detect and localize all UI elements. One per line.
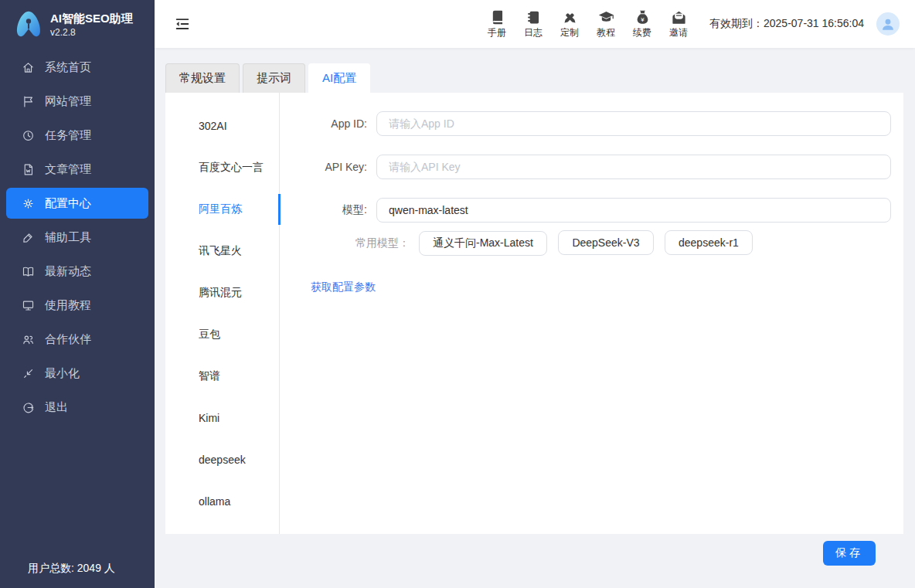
sidebar-item-label: 系统首页 [45, 60, 91, 75]
partners-icon [22, 333, 35, 346]
sidebar-item-tools[interactable]: 辅助工具 [6, 222, 148, 253]
manual-button[interactable]: 手册 [487, 9, 507, 39]
common-model-buttons: 通义千问-Max-Latest DeepSeek-V3 deepseek-r1 [419, 230, 760, 256]
renew-moneybag-icon: ¥ [634, 9, 651, 25]
sidebar-item-news[interactable]: 最新动态 [6, 256, 148, 287]
provider-zhipu[interactable]: 智谱 [165, 355, 279, 397]
sidebar-item-label: 文章管理 [45, 162, 91, 177]
sidebar-item-home[interactable]: 系统首页 [6, 52, 148, 83]
log-button[interactable]: 日志 [523, 9, 543, 39]
tutorial-monitor-icon [22, 299, 35, 312]
sidebar-item-label: 使用教程 [45, 298, 91, 313]
app-logo-icon [12, 8, 45, 41]
action-label: 日志 [524, 26, 543, 39]
provider-ollama[interactable]: ollama [165, 481, 279, 522]
app-id-label: App ID: [280, 117, 376, 130]
provider-config-form: App ID: API Key: 模型: 常用模型： 通义千问-Max-Late… [280, 93, 903, 534]
tab-ai-config[interactable]: AI配置 [308, 63, 370, 93]
provider-xunfei-xinghuo[interactable]: 讯飞星火 [165, 230, 279, 272]
action-label: 邀请 [669, 26, 688, 39]
model-option-deepseek-r1[interactable]: deepseek-r1 [665, 230, 753, 255]
invite-button[interactable]: 邀请 [668, 9, 689, 39]
sidebar-item-sites[interactable]: 网站管理 [6, 86, 148, 117]
expiry-value: 2025-07-31 16:56:04 [764, 17, 864, 29]
settings-tabs: 常规设置 提示词 AI配置 [165, 63, 903, 93]
provider-list: 302AI 百度文心一言 阿里百炼 讯飞星火 腾讯混元 豆包 智谱 Kimi d… [165, 93, 280, 534]
app-logo: AI智能SEO助理 v2.2.8 [0, 0, 155, 47]
home-icon [22, 61, 35, 74]
tab-general-settings[interactable]: 常规设置 [165, 63, 240, 93]
sidebar-item-label: 任务管理 [45, 128, 91, 143]
provider-doubao[interactable]: 豆包 [165, 314, 279, 355]
sidebar-item-tutorials[interactable]: 使用教程 [6, 290, 148, 321]
model-input[interactable] [376, 198, 891, 223]
tab-prompts[interactable]: 提示词 [243, 63, 305, 93]
sidebar-item-label: 辅助工具 [45, 230, 91, 245]
graduation-cap-icon [598, 9, 614, 25]
save-row: 保存 [165, 534, 903, 566]
action-label: 手册 [488, 26, 506, 39]
news-book-icon [22, 265, 35, 278]
sidebar-item-label: 网站管理 [45, 94, 91, 109]
manual-book-icon [489, 9, 505, 25]
user-avatar[interactable] [876, 12, 900, 36]
sidebar-item-label: 配置中心 [45, 196, 91, 211]
site-icon [22, 95, 35, 108]
api-key-label: API Key: [280, 161, 376, 173]
app-version: v2.2.8 [50, 27, 133, 38]
provider-ali-bailian[interactable]: 阿里百炼 [165, 189, 279, 230]
provider-tencent-hunyuan[interactable]: 腾讯混元 [165, 272, 279, 314]
sidebar-item-config-center[interactable]: 配置中心 [6, 188, 148, 219]
action-label: 教程 [597, 26, 615, 39]
model-label: 模型: [280, 203, 376, 217]
sidebar-item-partners[interactable]: 合作伙伴 [6, 324, 148, 355]
gear-icon [22, 197, 35, 210]
model-option-qwen-max-latest[interactable]: 通义千问-Max-Latest [419, 231, 547, 256]
renew-button[interactable]: ¥ 续费 [632, 9, 652, 39]
sidebar-item-label: 退出 [45, 400, 68, 415]
sidebar-item-label: 最小化 [45, 366, 80, 381]
svg-text:¥: ¥ [641, 15, 645, 22]
sidebar-item-tasks[interactable]: 任务管理 [6, 120, 148, 151]
save-button[interactable]: 保存 [823, 541, 876, 566]
customize-tools-icon [562, 9, 578, 25]
header-actions: 手册 日志 定制 [487, 9, 689, 39]
sidebar-item-articles[interactable]: 文章管理 [6, 154, 148, 185]
app-title: AI智能SEO助理 [50, 12, 133, 26]
user-total-count: 用户总数: 2049 人 [0, 562, 155, 588]
sidebar-item-exit[interactable]: 退出 [6, 392, 148, 423]
sidebar-fold-icon[interactable] [174, 15, 191, 32]
tools-pen-icon [22, 231, 35, 244]
task-clock-icon [22, 129, 35, 142]
tutorial-button[interactable]: 教程 [596, 9, 616, 39]
api-key-input[interactable] [376, 155, 891, 179]
get-config-params-link[interactable]: 获取配置参数 [311, 280, 376, 294]
avatar-person-icon [879, 15, 896, 32]
log-journal-icon [526, 9, 542, 25]
action-label: 续费 [633, 26, 651, 39]
sidebar: AI智能SEO助理 v2.2.8 系统首页 网站管理 任务管理 文章管理 配置中… [0, 0, 155, 588]
top-header: 手册 日志 定制 [155, 0, 915, 48]
provider-deepseek[interactable]: deepseek [165, 439, 279, 481]
customize-button[interactable]: 定制 [560, 9, 580, 39]
article-icon [22, 163, 35, 176]
content-area: 常规设置 提示词 AI配置 302AI 百度文心一言 阿里百炼 讯飞星火 腾讯混… [155, 48, 915, 588]
minimize-icon [22, 367, 35, 380]
sidebar-item-minimize[interactable]: 最小化 [6, 358, 148, 389]
exit-icon [22, 401, 35, 414]
model-option-deepseek-v3[interactable]: DeepSeek-V3 [558, 230, 653, 255]
invite-mail-icon [671, 9, 687, 25]
sidebar-nav: 系统首页 网站管理 任务管理 文章管理 配置中心 辅助工具 最新动态 使用教程 [0, 47, 155, 426]
ai-config-panel: 302AI 百度文心一言 阿里百炼 讯飞星火 腾讯混元 豆包 智谱 Kimi d… [165, 93, 903, 534]
app-id-input[interactable] [376, 111, 891, 136]
provider-baidu-wenxin[interactable]: 百度文心一言 [165, 147, 279, 189]
sidebar-item-label: 最新动态 [45, 264, 91, 279]
provider-302ai[interactable]: 302AI [165, 105, 279, 147]
common-models-label: 常用模型： [280, 236, 419, 250]
expiry-label: 有效期到： [709, 17, 764, 29]
action-label: 定制 [560, 26, 579, 39]
sidebar-item-label: 合作伙伴 [45, 332, 91, 347]
expiry-date: 有效期到：2025-07-31 16:56:04 [709, 17, 864, 31]
provider-kimi[interactable]: Kimi [165, 397, 279, 439]
